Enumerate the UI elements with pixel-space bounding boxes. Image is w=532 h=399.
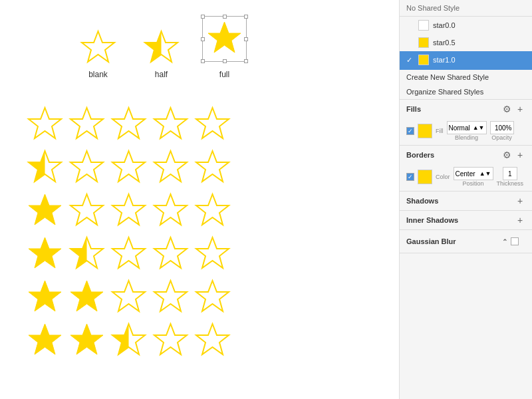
star-r2-s1[interactable] (68, 192, 105, 229)
check-star0.5 (406, 39, 414, 47)
star-r3-s3[interactable] (152, 235, 189, 272)
star-r5-s1[interactable] (68, 322, 105, 358)
star-r5-s0[interactable] (27, 322, 63, 358)
inner-shadows-add-button[interactable]: + (515, 215, 525, 225)
half-star[interactable] (143, 29, 180, 66)
rating-rows (27, 106, 386, 358)
star-r4-s4[interactable] (194, 279, 231, 315)
fills-checkbox[interactable]: ✓ (406, 127, 414, 135)
check-star0.0 (406, 21, 414, 29)
swatch-star0.0 (418, 20, 429, 31)
star-r5-s4[interactable] (194, 322, 231, 358)
borders-position-label: Position (463, 180, 484, 187)
star-r1-s1[interactable] (68, 149, 105, 186)
rating-row-4 (27, 279, 386, 315)
shadows-section: Shadows + (400, 192, 532, 211)
fills-blend-select[interactable]: Normal ▲▼ (447, 121, 487, 134)
borders-settings-button[interactable]: ⚙ (501, 150, 512, 160)
half-star-group: half (143, 29, 180, 79)
star-r0-s3[interactable] (152, 106, 189, 142)
fills-fill-group: Fill (436, 128, 444, 134)
star-r4-s3[interactable] (152, 279, 189, 315)
blank-star[interactable] (80, 29, 116, 66)
star-r4-s2[interactable] (110, 279, 147, 315)
svg-marker-32 (154, 281, 187, 311)
star-r1-s3[interactable] (152, 149, 189, 186)
fills-fill-label: Fill (436, 128, 444, 134)
borders-actions: ⚙ + (501, 150, 525, 160)
borders-thickness-group: 1 Thickness (497, 167, 524, 187)
star-r0-s2[interactable] (110, 106, 147, 142)
star-r5-s2[interactable] (110, 322, 147, 358)
borders-add-button[interactable]: + (515, 150, 525, 160)
fills-blend-group: Normal ▲▼ Blending (447, 121, 487, 141)
gaussian-blur-checkbox[interactable] (511, 237, 519, 245)
fills-blend-value: Normal (449, 124, 470, 132)
star-r3-s2[interactable] (110, 235, 147, 272)
star-r1-s4[interactable] (194, 149, 231, 186)
inner-shadows-actions: + (515, 215, 525, 225)
star-r3-s1[interactable] (68, 235, 105, 272)
fills-add-button[interactable]: + (515, 104, 525, 114)
star-r3-s4[interactable] (194, 235, 231, 272)
borders-checkbox[interactable]: ✓ (406, 173, 414, 181)
half-label: half (155, 70, 168, 79)
svg-marker-13 (70, 151, 103, 182)
star-r5-s3[interactable] (152, 322, 189, 358)
star-r2-s4[interactable] (194, 192, 231, 229)
gaussian-blur-section: Gaussian Blur ⌃ (400, 230, 532, 253)
fills-color-swatch[interactable] (418, 124, 432, 138)
star-r4-s0[interactable] (27, 279, 63, 315)
fills-label: Fills (406, 105, 421, 113)
star-r2-s0[interactable] (27, 192, 63, 229)
svg-marker-18 (70, 194, 103, 225)
create-style-button[interactable]: Create New Shared Style (400, 70, 532, 84)
fills-opacity-value: 100% (495, 124, 512, 132)
fills-opacity-field[interactable]: 100% (490, 121, 514, 134)
no-shared-style: No Shared Style (400, 0, 532, 17)
gaussian-blur-chevron-icon[interactable]: ⌃ (502, 238, 507, 245)
svg-marker-4 (208, 22, 241, 53)
svg-marker-7 (112, 108, 145, 138)
inner-shadows-label: Inner Shadows (406, 216, 458, 224)
star-r1-s2[interactable] (110, 149, 147, 186)
shadows-actions: + (515, 196, 525, 206)
svg-marker-0 (82, 31, 114, 62)
star-r1-s0[interactable] (27, 149, 63, 186)
borders-color-label: Color (436, 174, 450, 180)
borders-color-swatch[interactable] (418, 170, 432, 184)
fills-actions: ⚙ + (501, 104, 525, 114)
borders-position-select[interactable]: Center ▲▼ (454, 167, 493, 180)
star-r0-s1[interactable] (68, 106, 105, 142)
star-r3-s0[interactable] (27, 235, 63, 272)
swatch-star0.5 (418, 37, 429, 48)
fills-settings-button[interactable]: ⚙ (501, 104, 512, 114)
shadows-add-button[interactable]: + (515, 196, 525, 206)
star-r0-s0[interactable] (27, 106, 63, 142)
svg-marker-26 (112, 237, 145, 268)
star-r2-s3[interactable] (152, 192, 189, 229)
borders-thickness-field[interactable]: 1 (503, 167, 517, 180)
organize-styles-button[interactable]: Organize Shared Styles (400, 84, 532, 99)
gaussian-blur-header: Gaussian Blur ⌃ (400, 230, 532, 253)
rating-row-3 (27, 235, 386, 272)
svg-marker-33 (196, 281, 229, 311)
style-item-star1.0[interactable]: ✓ star1.0 (400, 51, 532, 68)
borders-header: Borders ⚙ + (400, 146, 532, 164)
top-row: blank half (80, 20, 386, 79)
style-item-star0.5[interactable]: star0.5 (400, 34, 532, 51)
position-chevron-icon: ▲▼ (479, 170, 491, 177)
style-item-star0.0[interactable]: star0.0 (400, 17, 532, 34)
star-r4-s1[interactable] (68, 279, 105, 315)
inner-shadows-header: Inner Shadows + (400, 211, 532, 229)
gaussian-blur-actions: ⌃ (495, 234, 525, 249)
svg-marker-20 (154, 194, 187, 225)
borders-color-group: Color (436, 174, 450, 180)
star-r0-s4[interactable] (194, 106, 231, 142)
full-label: full (219, 70, 229, 79)
rating-row-1 (27, 149, 386, 186)
star-r2-s2[interactable] (110, 192, 147, 229)
style-label-star0.0: star0.0 (433, 21, 456, 29)
borders-thickness-label: Thickness (497, 180, 524, 187)
full-star[interactable] (206, 20, 243, 57)
